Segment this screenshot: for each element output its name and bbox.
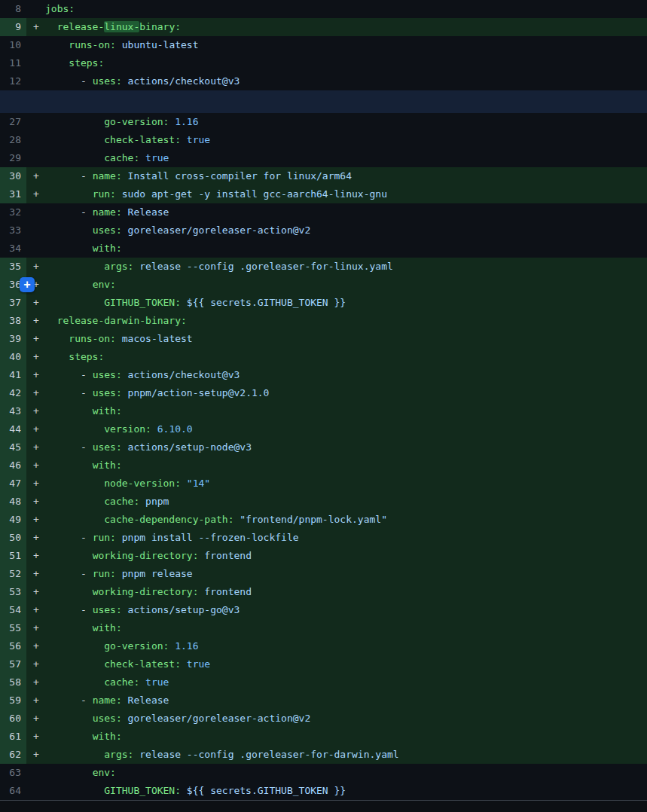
token-str: Release bbox=[122, 206, 169, 218]
line-number[interactable]: 62 bbox=[0, 746, 26, 764]
line-number[interactable]: 60 bbox=[0, 710, 26, 728]
line-number[interactable]: 35 bbox=[0, 258, 26, 276]
token-str: frontend bbox=[199, 586, 252, 597]
line-number[interactable]: 44 bbox=[0, 420, 26, 438]
line-number[interactable]: 57 bbox=[0, 655, 26, 673]
diff-added-marker: + bbox=[26, 185, 45, 203]
diff-added-marker: + bbox=[26, 565, 45, 583]
line-number[interactable]: 27 bbox=[0, 113, 26, 131]
token-key: steps: bbox=[69, 351, 104, 362]
indent bbox=[45, 767, 93, 778]
line-number[interactable]: 42 bbox=[0, 384, 26, 402]
indent bbox=[45, 604, 81, 615]
token-key: uses: bbox=[93, 224, 122, 236]
line-number[interactable]: 11 bbox=[0, 54, 26, 72]
line-number[interactable]: 33 bbox=[0, 221, 26, 240]
line-number[interactable]: 38 bbox=[0, 312, 26, 330]
line-number[interactable]: 55 bbox=[0, 619, 26, 637]
token-str: sudo apt-get -y install gcc-aarch64-linu… bbox=[116, 188, 387, 200]
line-number[interactable]: 32 bbox=[0, 203, 26, 221]
line-number[interactable]: 56 bbox=[0, 637, 26, 655]
diff-row-line-10: 10 runs-on: ubuntu-latest bbox=[0, 36, 647, 54]
line-number[interactable]: 31 bbox=[0, 185, 26, 203]
code-line: cache: true bbox=[45, 149, 169, 167]
token-key: cache: bbox=[104, 676, 139, 688]
token-str: Install cross-compiler for linux/arm64 bbox=[122, 170, 352, 182]
diff-row-line-62: 62+ args: release --config .goreleaser-f… bbox=[0, 746, 647, 764]
token-str: goreleaser/goreleaser-action@v2 bbox=[122, 224, 310, 236]
token-key: name: bbox=[93, 206, 122, 218]
line-number[interactable]: 30 bbox=[0, 167, 26, 185]
indent bbox=[45, 152, 104, 163]
expand-hidden-lines-band[interactable] bbox=[0, 90, 647, 113]
line-number[interactable]: 63 bbox=[0, 764, 26, 782]
indent bbox=[45, 658, 104, 670]
diff-added-marker bbox=[26, 72, 45, 90]
token-punct: - bbox=[81, 568, 93, 579]
diff-added-marker: + bbox=[26, 258, 45, 276]
diff-row-line-51: 51+ working-directory: frontend bbox=[0, 547, 647, 565]
line-number[interactable]: 12 bbox=[0, 72, 26, 90]
line-number[interactable]: 50 bbox=[0, 529, 26, 547]
line-number[interactable]: 39 bbox=[0, 330, 26, 348]
indent bbox=[45, 532, 81, 543]
line-number[interactable]: 41 bbox=[0, 366, 26, 384]
token-key: with: bbox=[93, 622, 122, 633]
token-key: with: bbox=[93, 731, 122, 742]
line-number[interactable]: 61 bbox=[0, 728, 26, 746]
diff-rows: 8jobs:9+ release-linux-binary:10 runs-on… bbox=[0, 0, 647, 800]
diff-added-marker: + bbox=[26, 601, 45, 619]
code-line: - uses: pnpm/action-setup@v2.1.0 bbox=[45, 384, 269, 402]
indent bbox=[45, 170, 81, 182]
line-number[interactable]: 51 bbox=[0, 547, 26, 565]
token-key: check-latest: bbox=[104, 134, 181, 145]
diff-table-bottom bbox=[0, 800, 647, 812]
line-number[interactable]: 28 bbox=[0, 131, 26, 149]
indent bbox=[45, 351, 69, 362]
code-line: release-linux-binary: bbox=[45, 18, 181, 36]
token-key: run: bbox=[93, 188, 116, 200]
line-number[interactable]: 37 bbox=[0, 294, 26, 312]
line-number[interactable]: 45 bbox=[0, 438, 26, 456]
line-number[interactable]: 59 bbox=[0, 691, 26, 710]
indent bbox=[45, 568, 81, 579]
code-line: - uses: actions/setup-go@v3 bbox=[45, 601, 240, 619]
token-key: binary: bbox=[139, 21, 181, 32]
line-number[interactable]: 34 bbox=[0, 240, 26, 258]
token-str: actions/setup-node@v3 bbox=[122, 441, 252, 453]
line-number[interactable]: 46 bbox=[0, 456, 26, 475]
line-number[interactable]: 48 bbox=[0, 493, 26, 511]
diff-added-marker: + bbox=[26, 294, 45, 312]
token-key: name: bbox=[93, 694, 122, 706]
indent bbox=[45, 459, 93, 471]
line-number[interactable]: 53 bbox=[0, 583, 26, 601]
token-punct: - bbox=[81, 694, 93, 706]
add-line-comment-button[interactable]: + bbox=[20, 277, 35, 292]
diff-added-marker bbox=[26, 54, 45, 72]
line-number[interactable]: 40 bbox=[0, 348, 26, 366]
diff-row-line-46: 46+ with: bbox=[0, 456, 647, 475]
diff-row-line-40: 40+ steps: bbox=[0, 348, 647, 366]
line-number[interactable]: 29 bbox=[0, 149, 26, 167]
line-number[interactable]: 49 bbox=[0, 511, 26, 529]
code-line: uses: goreleaser/goreleaser-action@v2 bbox=[45, 221, 310, 240]
line-number[interactable]: 64 bbox=[0, 782, 26, 800]
line-number[interactable]: 8 bbox=[0, 0, 26, 18]
line-number[interactable]: 43 bbox=[0, 402, 26, 420]
line-number[interactable]: 10 bbox=[0, 36, 26, 54]
line-number[interactable]: 58 bbox=[0, 673, 26, 691]
token-key: uses: bbox=[93, 604, 122, 615]
indent bbox=[45, 496, 104, 507]
token-key: args: bbox=[104, 261, 133, 272]
line-number[interactable]: 52 bbox=[0, 565, 26, 583]
code-line: with: bbox=[45, 728, 122, 746]
diff-added-marker bbox=[26, 203, 45, 221]
indent bbox=[45, 441, 81, 453]
token-punct: - bbox=[81, 206, 93, 218]
indent bbox=[45, 478, 104, 489]
line-number[interactable]: 47 bbox=[0, 475, 26, 493]
code-line: steps: bbox=[45, 348, 104, 366]
code-line: - uses: actions/checkout@v3 bbox=[45, 366, 240, 384]
line-number[interactable]: 54 bbox=[0, 601, 26, 619]
line-number[interactable]: 9 bbox=[0, 18, 26, 36]
